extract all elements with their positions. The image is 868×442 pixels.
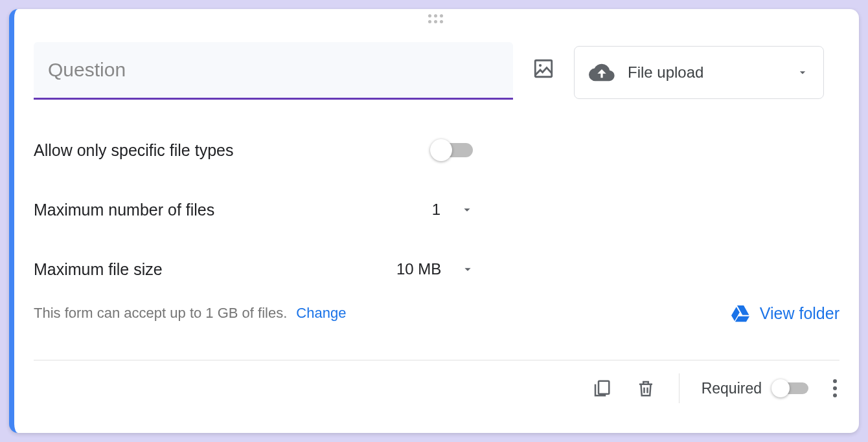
question-footer: Required — [34, 360, 839, 416]
dot-icon — [833, 393, 837, 397]
view-folder-link[interactable]: View folder — [730, 303, 839, 324]
view-folder-label: View folder — [760, 304, 839, 323]
delete-button[interactable] — [635, 377, 657, 399]
required-wrap: Required — [702, 380, 808, 397]
drag-handle-icon[interactable] — [428, 14, 445, 23]
caret-down-icon — [460, 203, 474, 217]
footer-separator — [679, 373, 680, 403]
max-files-row: Maximum number of files 1 — [34, 195, 839, 224]
change-limit-link[interactable]: Change — [296, 305, 346, 322]
caret-down-icon — [461, 262, 475, 276]
max-files-value: 1 — [432, 201, 440, 219]
question-input-wrap — [34, 42, 513, 100]
cloud-upload-icon — [589, 60, 615, 85]
info-left: This form can accept up to 1 GB of files… — [34, 305, 346, 322]
max-files-select[interactable]: 1 — [396, 201, 474, 219]
allow-specific-label: Allow only specific file types — [34, 141, 396, 160]
toggle-knob — [430, 139, 452, 161]
trash-icon — [636, 379, 656, 398]
image-icon — [532, 58, 554, 80]
svg-rect-0 — [535, 60, 552, 77]
svg-point-1 — [539, 64, 542, 67]
max-size-value: 10 MB — [396, 260, 441, 278]
question-top-row: File upload — [34, 42, 839, 100]
toggle-knob — [771, 379, 790, 397]
copy-icon — [592, 379, 611, 398]
max-files-label: Maximum number of files — [34, 201, 396, 219]
svg-rect-2 — [599, 381, 609, 394]
required-toggle[interactable] — [773, 382, 808, 394]
file-upload-settings: Allow only specific file types Maximum n… — [34, 136, 839, 283]
max-size-label: Maximum file size — [34, 260, 396, 279]
add-image-button[interactable] — [531, 56, 556, 81]
caret-down-icon — [796, 66, 809, 79]
allow-specific-toggle[interactable] — [433, 143, 473, 157]
required-label: Required — [702, 380, 762, 397]
question-type-label: File upload — [628, 63, 783, 82]
max-size-select[interactable]: 10 MB — [396, 260, 475, 278]
drive-icon — [730, 303, 751, 324]
question-type-select[interactable]: File upload — [574, 46, 824, 99]
question-card: File upload Allow only specific file typ… — [9, 9, 859, 433]
dot-icon — [833, 379, 837, 383]
duplicate-button[interactable] — [591, 377, 613, 399]
question-input[interactable] — [34, 42, 513, 100]
allow-specific-row: Allow only specific file types — [34, 136, 839, 164]
more-options-button[interactable] — [830, 377, 839, 400]
info-row: This form can accept up to 1 GB of files… — [34, 303, 839, 324]
max-size-row: Maximum file size 10 MB — [34, 255, 839, 283]
upload-limit-text: This form can accept up to 1 GB of files… — [34, 305, 287, 322]
dot-icon — [833, 386, 837, 390]
